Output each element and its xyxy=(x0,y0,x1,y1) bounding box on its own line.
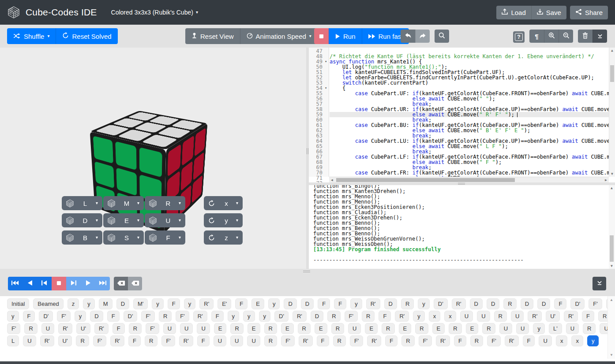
move-token[interactable]: R' xyxy=(564,311,578,322)
rotate-button-z[interactable]: z▾ xyxy=(204,230,243,245)
skip-end-button[interactable] xyxy=(95,277,110,290)
move-token[interactable]: R xyxy=(470,335,483,346)
rotate-button-y[interactable]: y▾ xyxy=(204,213,243,227)
prev-frame-button[interactable] xyxy=(37,277,52,290)
move-token[interactable]: F' xyxy=(350,335,363,346)
move-token[interactable]: R' xyxy=(299,335,313,346)
move-token[interactable]: R' xyxy=(367,335,381,346)
move-token[interactable]: R xyxy=(382,323,394,334)
move-button-M[interactable]: M▾ xyxy=(103,196,144,210)
editor-horizontal-scrollbar[interactable]: ◀ ▶ xyxy=(329,177,609,182)
move-token[interactable]: R xyxy=(76,335,89,346)
move-token[interactable]: R' xyxy=(110,335,124,346)
move-token[interactable]: D' xyxy=(124,311,138,322)
move-token[interactable]: x xyxy=(444,311,456,322)
cube-view-panel[interactable]: L▾M▾R▾D▾E▾U▾B▾S▾F▾ x▾y▾z▾ xyxy=(0,48,306,270)
move-token[interactable]: y xyxy=(75,311,86,322)
scrollbar-thumb[interactable] xyxy=(610,65,614,82)
move-token[interactable]: y xyxy=(228,311,240,322)
move-token[interactable]: F' xyxy=(176,311,189,322)
move-button-B[interactable]: B▾ xyxy=(62,230,102,245)
delete-all-moves-button[interactable] xyxy=(128,277,142,290)
move-token[interactable]: U xyxy=(230,335,243,346)
move-token[interactable]: F' xyxy=(589,298,602,309)
move-token[interactable]: F xyxy=(523,335,535,346)
move-token[interactable]: R' xyxy=(395,311,409,322)
animation-speed-button[interactable]: Animation Speed ▾ xyxy=(240,28,318,44)
help-button[interactable]: ? xyxy=(513,31,525,43)
move-token[interactable]: y xyxy=(83,298,95,309)
move-token[interactable]: U xyxy=(163,323,176,334)
move-token[interactable]: F xyxy=(334,298,346,309)
move-token[interactable]: F xyxy=(554,298,566,309)
move-token[interactable]: F xyxy=(211,311,224,322)
move-token[interactable]: U xyxy=(566,323,579,334)
move-token[interactable]: U xyxy=(41,323,54,334)
move-token[interactable]: y xyxy=(533,323,545,334)
move-token[interactable]: R xyxy=(298,323,311,334)
move-token[interactable]: E' xyxy=(218,298,231,309)
move-token[interactable]: R' xyxy=(40,335,54,346)
move-token[interactable]: E xyxy=(315,323,327,334)
move-token[interactable]: E xyxy=(399,323,412,334)
next-frame-button[interactable] xyxy=(66,277,81,290)
move-token[interactable]: R' xyxy=(452,298,466,309)
scroll-up-icon[interactable]: ▲ xyxy=(609,185,615,191)
move-token[interactable]: U xyxy=(499,323,512,334)
move-token[interactable]: R xyxy=(401,335,414,346)
move-token[interactable]: R' xyxy=(94,323,109,334)
move-token[interactable]: U xyxy=(477,311,490,322)
move-token[interactable]: y xyxy=(413,311,425,322)
timeline-vertical-scrollbar[interactable]: ▲ ▼ xyxy=(608,296,615,359)
scroll-down-icon[interactable]: ▼ xyxy=(608,352,615,358)
move-token[interactable]: U' xyxy=(76,323,90,334)
move-token[interactable]: R xyxy=(415,323,428,334)
step-back-button[interactable] xyxy=(22,277,37,290)
move-token[interactable]: D' xyxy=(274,311,289,322)
move-token[interactable]: U' xyxy=(546,311,560,322)
move-token[interactable]: L xyxy=(7,335,19,346)
move-token[interactable]: R' xyxy=(179,335,193,346)
move-button-F[interactable]: F▾ xyxy=(145,230,185,245)
scroll-right-icon[interactable]: ▶ xyxy=(603,177,609,182)
move-token[interactable]: E xyxy=(466,323,479,334)
move-token[interactable]: U xyxy=(511,311,524,322)
move-token[interactable]: U xyxy=(539,335,551,346)
zoom-out-button[interactable] xyxy=(559,30,573,43)
move-token[interactable]: R xyxy=(362,311,375,322)
move-token[interactable]: F' xyxy=(93,335,106,346)
move-token[interactable]: R xyxy=(159,311,172,322)
move-token[interactable]: y xyxy=(7,311,19,322)
move-button-E[interactable]: E▾ xyxy=(103,213,144,227)
move-token[interactable]: L' xyxy=(549,323,562,334)
move-token[interactable]: D' xyxy=(434,298,448,309)
skip-start-button[interactable] xyxy=(8,277,22,290)
move-token[interactable]: y xyxy=(243,311,255,322)
move-token[interactable]: R' xyxy=(505,335,519,346)
move-token[interactable]: D xyxy=(301,298,314,309)
move-token[interactable]: U xyxy=(197,323,210,334)
move-token[interactable]: D xyxy=(284,298,296,309)
move-token[interactable]: R' xyxy=(366,298,380,309)
move-token[interactable]: F' xyxy=(487,335,500,346)
move-token[interactable]: R xyxy=(230,323,243,334)
share-button[interactable]: Share xyxy=(570,6,608,19)
move-token[interactable]: U xyxy=(460,311,473,322)
play-button[interactable] xyxy=(81,277,95,290)
fold-arrow-icon[interactable]: ▾ xyxy=(323,85,327,91)
code-editor[interactable]: 474849▾5051525354▾5556575859606162636465… xyxy=(309,48,615,182)
move-token[interactable]: F' xyxy=(146,323,159,334)
move-token-active[interactable]: y xyxy=(587,335,599,346)
move-token[interactable]: Beamed xyxy=(33,298,63,309)
horizontal-splitter-console-timeline[interactable] xyxy=(0,269,615,274)
move-token[interactable]: R xyxy=(503,298,516,309)
move-token[interactable]: F xyxy=(112,323,125,334)
move-token[interactable]: F' xyxy=(7,323,20,334)
move-token[interactable]: R xyxy=(401,298,414,309)
delete-last-move-button[interactable] xyxy=(114,277,128,290)
move-token[interactable]: D' xyxy=(570,298,585,309)
move-token[interactable]: y xyxy=(184,298,196,309)
move-token[interactable]: x xyxy=(571,335,583,346)
move-token[interactable]: R xyxy=(331,323,344,334)
move-token[interactable]: U xyxy=(247,335,260,346)
